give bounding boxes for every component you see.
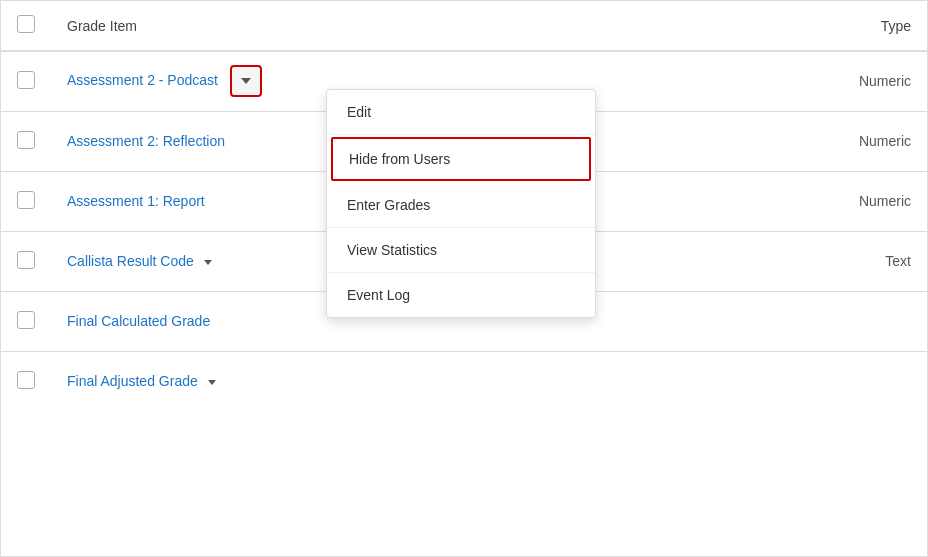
grade-item-link[interactable]: Assessment 2 - Podcast xyxy=(67,72,218,88)
chevron-down-icon xyxy=(208,380,216,385)
table-row: Final Adjusted Grade xyxy=(1,351,927,411)
row-checkbox[interactable] xyxy=(17,71,35,89)
row-checkbox-cell xyxy=(1,51,51,111)
row-checkbox[interactable] xyxy=(17,251,35,269)
menu-item-edit[interactable]: Edit xyxy=(327,90,595,135)
row-checkbox-cell xyxy=(1,231,51,291)
menu-item-enter-grades[interactable]: Enter Grades xyxy=(327,183,595,228)
context-dropdown-menu: Edit Hide from Users Enter Grades View S… xyxy=(326,89,596,318)
menu-item-event-log[interactable]: Event Log xyxy=(327,273,595,317)
header-checkbox-cell xyxy=(1,1,51,51)
type-cell xyxy=(807,351,927,411)
row-checkbox[interactable] xyxy=(17,371,35,389)
grade-table-container: Grade Item Type Assessment 2 - Podcast N… xyxy=(0,0,928,557)
type-cell xyxy=(807,291,927,351)
type-cell: Numeric xyxy=(807,111,927,171)
grade-item-link[interactable]: Final Adjusted Grade xyxy=(67,373,198,389)
grade-item-link[interactable]: Assessment 1: Report xyxy=(67,193,205,209)
header-grade-item: Grade Item xyxy=(51,1,807,51)
grade-item-link[interactable]: Assessment 2: Reflection xyxy=(67,133,225,149)
dropdown-button[interactable] xyxy=(230,65,262,97)
header-checkbox[interactable] xyxy=(17,15,35,33)
header-type: Type xyxy=(807,1,927,51)
row-checkbox-cell xyxy=(1,291,51,351)
table-header-row: Grade Item Type xyxy=(1,1,927,51)
grade-item-cell: Final Adjusted Grade xyxy=(51,351,807,411)
grade-item-link[interactable]: Callista Result Code xyxy=(67,253,194,269)
row-checkbox[interactable] xyxy=(17,131,35,149)
row-checkbox[interactable] xyxy=(17,311,35,329)
type-cell: Numeric xyxy=(807,51,927,111)
chevron-down-icon xyxy=(204,260,212,265)
row-checkbox-cell xyxy=(1,351,51,411)
menu-item-view-statistics[interactable]: View Statistics xyxy=(327,228,595,273)
row-checkbox-cell xyxy=(1,171,51,231)
grade-item-link[interactable]: Final Calculated Grade xyxy=(67,313,210,329)
type-cell: Numeric xyxy=(807,171,927,231)
menu-item-hide[interactable]: Hide from Users xyxy=(331,137,591,181)
row-checkbox-cell xyxy=(1,111,51,171)
type-cell: Text xyxy=(807,231,927,291)
row-checkbox[interactable] xyxy=(17,191,35,209)
chevron-down-icon xyxy=(241,78,251,84)
